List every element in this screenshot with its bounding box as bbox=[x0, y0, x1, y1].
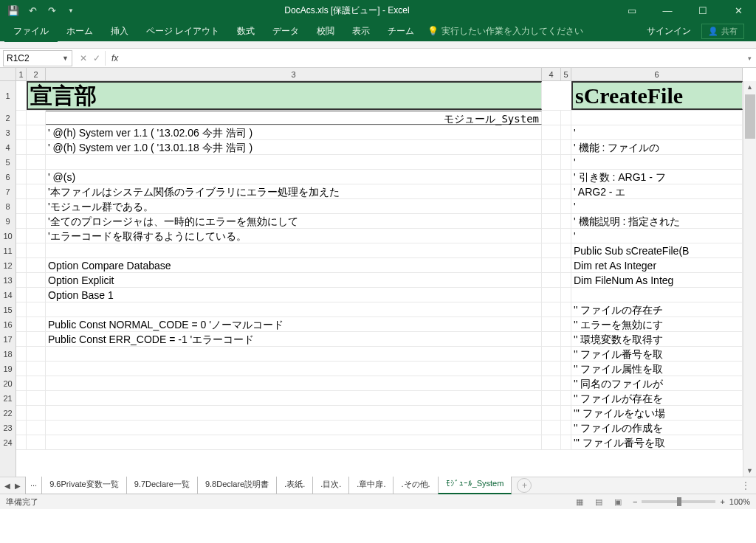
cell[interactable] bbox=[16, 184, 27, 198]
cell[interactable] bbox=[27, 435, 46, 449]
cell[interactable]: ' bbox=[571, 125, 743, 139]
row-header[interactable]: 8 bbox=[0, 199, 16, 214]
cell[interactable] bbox=[561, 258, 571, 272]
cell[interactable] bbox=[16, 347, 27, 361]
row-header[interactable]: 14 bbox=[0, 288, 16, 302]
cell[interactable]: Public Sub sCreateFile(B bbox=[571, 243, 743, 257]
row-header[interactable]: 16 bbox=[0, 317, 16, 332]
cell[interactable] bbox=[542, 391, 561, 405]
row-header[interactable]: 17 bbox=[0, 332, 16, 347]
cell[interactable] bbox=[27, 421, 46, 435]
formula-input[interactable] bbox=[124, 51, 743, 66]
expand-formula-icon[interactable]: ▾ bbox=[743, 55, 756, 62]
sheet-tab[interactable]: .その他. bbox=[393, 477, 438, 494]
cell[interactable]: モジュール_System bbox=[46, 111, 542, 125]
cell[interactable]: sCreateFile bbox=[571, 81, 743, 110]
cell[interactable] bbox=[27, 406, 46, 420]
cell[interactable] bbox=[561, 243, 571, 257]
tab-menu-icon[interactable]: ⋮ bbox=[735, 480, 756, 491]
cell[interactable]: Option Compare Database bbox=[46, 258, 542, 272]
tab-scroll-right-icon[interactable]: ▶ bbox=[15, 482, 21, 490]
row-header[interactable]: 20 bbox=[0, 376, 16, 391]
cell[interactable]: '' ファイル番号を取 bbox=[571, 347, 743, 361]
view-page-break-icon[interactable]: ▣ bbox=[611, 497, 625, 508]
tab-file[interactable]: ファイル bbox=[4, 21, 58, 42]
row-header[interactable]: 9 bbox=[0, 214, 16, 229]
cell[interactable] bbox=[561, 347, 571, 361]
row-header[interactable]: 7 bbox=[0, 184, 16, 199]
cell[interactable]: ' ARG2 - エ bbox=[571, 184, 743, 198]
cell[interactable] bbox=[16, 81, 27, 110]
cell[interactable] bbox=[542, 170, 561, 184]
cell[interactable]: Public Const ERR_CODE = -1 'エラーコード bbox=[46, 332, 542, 346]
cell[interactable]: Option Explicit bbox=[46, 273, 542, 287]
cell[interactable] bbox=[561, 140, 571, 154]
cell[interactable] bbox=[561, 229, 571, 243]
row-header[interactable]: 18 bbox=[0, 347, 16, 362]
cell[interactable]: '' ファイルの存在チ bbox=[571, 302, 743, 317]
cell[interactable] bbox=[46, 376, 542, 390]
cell[interactable] bbox=[561, 111, 571, 125]
cell[interactable] bbox=[561, 81, 571, 110]
cell[interactable] bbox=[542, 421, 561, 435]
cell[interactable] bbox=[27, 347, 46, 361]
cell[interactable] bbox=[27, 376, 46, 390]
cell[interactable]: ' @(h) System ver 1.0 ( '13.01.18 今井 浩司 … bbox=[46, 140, 542, 154]
cell[interactable] bbox=[16, 362, 27, 376]
chevron-down-icon[interactable]: ▼ bbox=[62, 55, 69, 62]
cell[interactable]: '' 同名のファイルが bbox=[571, 376, 743, 390]
cell[interactable]: ' 機能説明 : 指定された bbox=[571, 214, 743, 228]
cell[interactable] bbox=[27, 140, 46, 154]
cell[interactable] bbox=[561, 273, 571, 287]
row-header[interactable]: 10 bbox=[0, 229, 16, 243]
cell[interactable] bbox=[542, 258, 561, 272]
cell[interactable] bbox=[561, 199, 571, 213]
sheet-tab[interactable]: .表紙. bbox=[276, 477, 313, 494]
cell[interactable]: ' 機能 : ファイルの bbox=[571, 140, 743, 154]
cell[interactable] bbox=[542, 406, 561, 420]
row-header[interactable]: 5 bbox=[0, 155, 16, 170]
cell[interactable]: ' bbox=[571, 229, 743, 243]
cell[interactable] bbox=[561, 214, 571, 228]
cell[interactable] bbox=[542, 111, 561, 125]
save-icon[interactable]: 💾 bbox=[7, 4, 19, 16]
add-sheet-button[interactable]: + bbox=[517, 478, 532, 493]
cell[interactable] bbox=[16, 391, 27, 405]
cell[interactable] bbox=[16, 332, 27, 346]
cell[interactable]: '' ファイルの作成を bbox=[571, 421, 743, 435]
sheet-tab[interactable]: 9.8Declare説明書 bbox=[197, 477, 277, 494]
column-header[interactable]: 4 bbox=[542, 68, 561, 80]
cell[interactable] bbox=[561, 362, 571, 376]
cell[interactable]: '' ファイル属性を取 bbox=[571, 362, 743, 376]
row-header[interactable]: 15 bbox=[0, 302, 16, 317]
cell[interactable]: ' bbox=[571, 155, 743, 169]
scroll-up-icon[interactable]: ▲ bbox=[743, 81, 756, 93]
cell[interactable] bbox=[27, 214, 46, 228]
cell[interactable]: 'エラーコードを取得するようにしている。 bbox=[46, 229, 542, 243]
cell[interactable] bbox=[16, 317, 27, 331]
cell[interactable]: ' @(s) bbox=[46, 170, 542, 184]
row-header[interactable]: 6 bbox=[0, 170, 16, 184]
cell[interactable] bbox=[16, 199, 27, 213]
cell[interactable]: Dim ret As Integer bbox=[571, 258, 743, 272]
redo-icon[interactable]: ↷ bbox=[46, 4, 58, 16]
cell[interactable] bbox=[561, 125, 571, 139]
cell[interactable]: Dim FileNum As Integ bbox=[571, 273, 743, 287]
sheet-tab[interactable]: .章中扉. bbox=[348, 477, 394, 494]
cell[interactable] bbox=[542, 140, 561, 154]
cell[interactable] bbox=[46, 391, 542, 405]
cell[interactable] bbox=[27, 199, 46, 213]
cell[interactable] bbox=[27, 302, 46, 317]
cell[interactable] bbox=[16, 302, 27, 317]
row-header[interactable]: 3 bbox=[0, 125, 16, 140]
cell[interactable] bbox=[27, 258, 46, 272]
cell[interactable] bbox=[16, 376, 27, 390]
cell[interactable] bbox=[561, 155, 571, 169]
cell[interactable] bbox=[542, 302, 561, 317]
cell[interactable] bbox=[46, 243, 542, 257]
row-header[interactable]: 11 bbox=[0, 243, 16, 258]
zoom-in-icon[interactable]: + bbox=[720, 497, 724, 506]
cell[interactable] bbox=[16, 214, 27, 228]
tab-insert[interactable]: 挿入 bbox=[102, 21, 137, 42]
cell[interactable]: ' @(h) System ver 1.1 ( '13.02.06 今井 浩司 … bbox=[46, 125, 542, 139]
